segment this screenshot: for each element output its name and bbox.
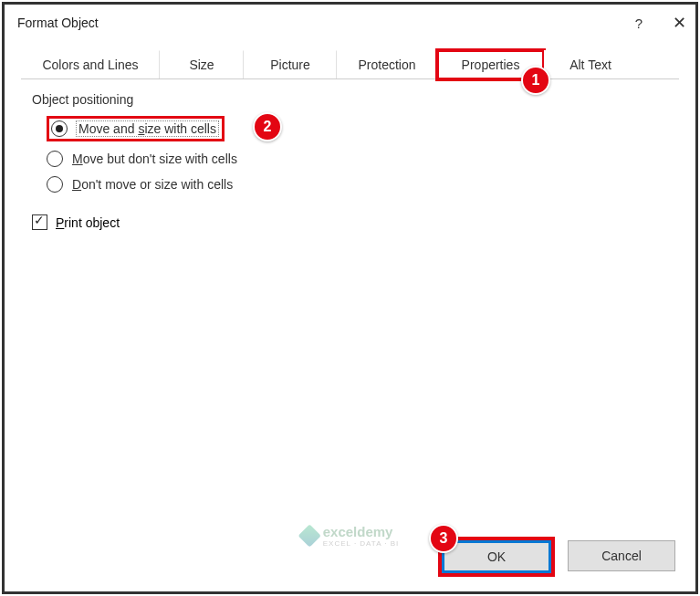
radio-option-2[interactable]: Don't move or size with cells xyxy=(47,176,668,193)
close-icon[interactable]: ✕ xyxy=(670,13,688,33)
help-icon[interactable]: ? xyxy=(630,16,648,31)
tab-strip: Colors and LinesSizePictureProtectionPro… xyxy=(21,50,679,79)
tab-size[interactable]: Size xyxy=(160,50,244,78)
badge-1: 1 xyxy=(521,66,550,95)
titlebar: Format Object ? ✕ xyxy=(5,5,695,41)
tab-alt-text[interactable]: Alt Text xyxy=(544,50,637,78)
button-bar: OK 3 Cancel xyxy=(442,540,675,573)
print-object-checkbox[interactable] xyxy=(32,214,47,230)
radio-option-0[interactable]: Move and size with cells2 xyxy=(47,116,668,141)
tab-picture[interactable]: Picture xyxy=(244,50,337,78)
badge-3: 3 xyxy=(429,524,458,553)
dialog-title: Format Object xyxy=(17,16,99,30)
tab-properties[interactable]: Properties1 xyxy=(437,50,544,79)
radio-option-1[interactable]: Move but don't size with cells xyxy=(47,151,668,167)
radio-label: Don't move or size with cells xyxy=(72,177,233,192)
watermark-icon xyxy=(298,524,320,547)
print-object-label: Print object xyxy=(56,215,120,230)
print-object-row[interactable]: Print object xyxy=(32,214,668,230)
radio-icon[interactable] xyxy=(47,176,63,193)
radio-icon[interactable] xyxy=(47,151,63,167)
ok-button[interactable]: OK xyxy=(442,540,551,573)
radio-label: Move but don't size with cells xyxy=(72,152,237,166)
tab-content: Object positioning Move and size with ce… xyxy=(5,79,695,243)
radio-group: Move and size with cells2Move but don't … xyxy=(47,116,668,193)
tab-protection[interactable]: Protection xyxy=(337,50,437,78)
tab-colors-and-lines[interactable]: Colors and Lines xyxy=(21,50,160,78)
cancel-button[interactable]: Cancel xyxy=(568,540,675,571)
badge-2: 2 xyxy=(253,112,282,141)
watermark: exceldemy EXCEL · DATA · BI xyxy=(301,524,400,548)
radio-icon[interactable] xyxy=(51,120,68,137)
group-label: Object positioning xyxy=(32,92,668,107)
radio-label: Move and size with cells xyxy=(77,121,218,136)
